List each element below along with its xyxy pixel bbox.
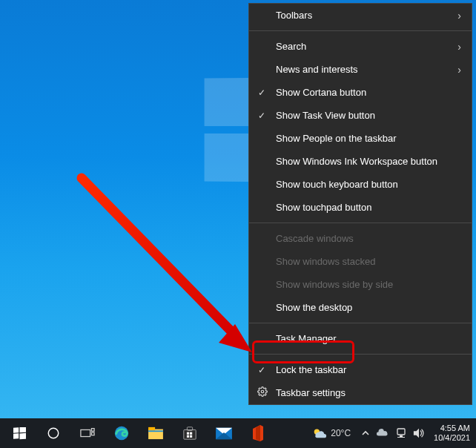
menu-separator — [249, 323, 472, 323]
menu-label: Show People on the taskbar — [276, 133, 461, 144]
clock-date: 10/4/2021 — [434, 433, 470, 443]
svg-rect-17 — [190, 432, 192, 435]
weather-widget[interactable]: 20°C — [312, 426, 351, 440]
menu-item-ink[interactable]: Show Windows Ink Workspace button — [249, 150, 472, 173]
menu-separator — [249, 30, 472, 31]
menu-item-stacked: Show windows stacked — [249, 250, 472, 273]
menu-label: Show Windows Ink Workspace button — [276, 156, 461, 167]
menu-label: News and interests — [276, 64, 457, 75]
menu-item-people[interactable]: Show People on the taskbar — [249, 127, 472, 150]
menu-label: Search — [276, 41, 457, 52]
clock-time: 4:55 AM — [434, 424, 470, 433]
menu-item-search[interactable]: Search › — [249, 35, 472, 58]
menu-label: Show windows side by side — [276, 279, 461, 290]
taskbar-context-menu: Toolbars › Search › News and interests ›… — [248, 3, 472, 405]
system-clock[interactable]: 4:55 AM 10/4/2021 — [431, 424, 470, 443]
svg-rect-5 — [19, 432, 26, 438]
menu-label: Show Task View button — [276, 110, 461, 121]
svg-rect-25 — [400, 435, 403, 437]
svg-rect-16 — [187, 432, 189, 435]
chevron-right-icon: › — [457, 41, 461, 53]
svg-rect-24 — [397, 429, 405, 435]
menu-item-sidebyside: Show windows side by side — [249, 273, 472, 296]
svg-marker-1 — [219, 324, 252, 352]
menu-label: Toolbars — [276, 10, 457, 21]
svg-rect-13 — [148, 430, 163, 432]
taskbar-app-mail[interactable] — [208, 418, 240, 448]
svg-marker-27 — [414, 429, 419, 438]
taskbar-app-office[interactable] — [242, 418, 274, 448]
chevron-right-icon: › — [457, 10, 461, 22]
menu-item-touchkb[interactable]: Show touch keyboard button — [249, 173, 472, 196]
menu-label: Cascade windows — [276, 233, 461, 244]
svg-point-6 — [48, 428, 59, 438]
svg-rect-8 — [91, 429, 94, 432]
svg-rect-7 — [81, 429, 90, 436]
menu-separator — [249, 223, 472, 223]
weather-temp: 20°C — [331, 428, 351, 438]
menu-item-cascade: Cascade windows — [249, 227, 472, 250]
menu-label: Taskbar settings — [276, 387, 461, 398]
menu-item-toolbars[interactable]: Toolbars › — [249, 4, 472, 27]
taskbar-app-edge[interactable] — [105, 418, 138, 448]
taskbar[interactable]: 20°C 4:55 AM 10/4/2021 — [0, 418, 476, 448]
tray-network-icon[interactable] — [395, 418, 407, 448]
menu-item-taskview[interactable]: ✓ Show Task View button — [249, 104, 472, 127]
chevron-right-icon: › — [457, 64, 461, 76]
taskbar-app-file-explorer[interactable] — [139, 418, 172, 448]
check-icon: ✓ — [258, 365, 265, 375]
check-icon: ✓ — [258, 111, 265, 121]
svg-rect-18 — [187, 435, 189, 438]
svg-point-0 — [261, 390, 264, 393]
weather-icon — [312, 426, 327, 440]
menu-item-taskbar-settings[interactable]: Taskbar settings — [249, 381, 472, 404]
tray-overflow[interactable] — [361, 418, 370, 448]
svg-rect-26 — [397, 437, 405, 438]
svg-rect-4 — [13, 433, 19, 438]
menu-item-touchpad[interactable]: Show touchpad button — [249, 196, 472, 219]
menu-label: Show touchpad button — [276, 202, 461, 213]
menu-label: Show the desktop — [276, 302, 461, 313]
menu-label: Show Cortana button — [276, 87, 461, 98]
menu-item-showdesktop[interactable]: Show the desktop — [249, 296, 472, 319]
task-view-button[interactable] — [71, 418, 104, 448]
menu-label: Lock the taskbar — [276, 364, 461, 375]
taskbar-app-store[interactable] — [173, 418, 206, 448]
start-button[interactable] — [3, 418, 36, 448]
menu-label: Task Manager — [276, 333, 461, 344]
annotation-arrow — [67, 171, 260, 363]
menu-label: Show touch keyboard button — [276, 179, 461, 190]
svg-rect-3 — [19, 427, 26, 432]
menu-item-cortana[interactable]: ✓ Show Cortana button — [249, 81, 472, 104]
menu-item-lock-taskbar[interactable]: ✓ Lock the taskbar — [249, 358, 472, 381]
cortana-button[interactable] — [37, 418, 70, 448]
svg-rect-12 — [148, 427, 155, 431]
menu-label: Show windows stacked — [276, 256, 461, 267]
svg-rect-2 — [13, 427, 19, 432]
menu-separator — [249, 354, 472, 355]
menu-item-task-manager[interactable]: Task Manager — [249, 327, 472, 350]
check-icon: ✓ — [258, 88, 265, 98]
menu-item-news-interests[interactable]: News and interests › — [249, 58, 472, 81]
gear-icon — [257, 386, 268, 399]
desktop[interactable]: Toolbars › Search › News and interests ›… — [0, 0, 476, 448]
tray-onedrive-icon[interactable] — [376, 418, 389, 448]
svg-rect-19 — [190, 435, 192, 438]
svg-rect-9 — [91, 432, 94, 435]
tray-volume-icon[interactable] — [413, 418, 425, 448]
